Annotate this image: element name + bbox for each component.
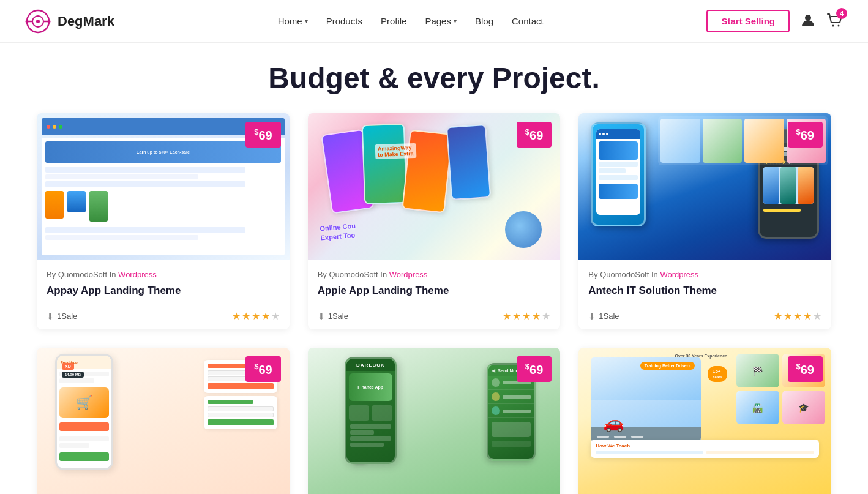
start-selling-button[interactable]: Start Selling (706, 10, 790, 32)
mock-screen-4 (446, 124, 491, 200)
navbar: DegMark Home ▾ Products Profile Pages ▾ … (0, 0, 868, 43)
hero-section: Budget & every Project. (0, 43, 868, 107)
nav-link-pages[interactable]: Pages (425, 16, 451, 26)
card-footer-3: ⬇ 1Sale ★ ★ ★ ★ ★ (588, 305, 821, 322)
product-card-5[interactable]: DAREBUX DAREBUX Finance App (308, 348, 561, 494)
card-image-1: Earn up to $70+ Each-sale (37, 113, 290, 260)
svg-point-2 (36, 20, 40, 23)
cart-button[interactable]: 4 (826, 12, 844, 31)
card-image-3: $69 (578, 113, 831, 260)
chevron-down-icon: ▾ (305, 18, 308, 24)
svg-point-5 (26, 20, 29, 23)
product-card-6[interactable]: 🚗 Training Better Drivers How We Teach (578, 348, 831, 494)
star-2: ★ (242, 310, 250, 322)
mock-phone-left (591, 122, 646, 226)
brand-name: DegMark (58, 13, 114, 29)
card-title-1: Appay App Landing Theme (47, 284, 280, 298)
mock-screen-3 (402, 130, 452, 214)
card-image-5: DAREBUX DAREBUX Finance App (308, 348, 561, 494)
chevron-down-icon-pages: ▾ (454, 18, 457, 24)
price-badge-1: $69 (245, 122, 280, 148)
card-body-3: By QuomodoSoft In Wordpress Antech IT So… (578, 260, 831, 329)
card-footer-1: ⬇ 1Sale ★ ★ ★ ★ ★ (47, 305, 280, 322)
star-4: ★ (261, 310, 270, 322)
card-title-3: Antech IT Solution Theme (588, 284, 821, 298)
card-category-3[interactable]: Wordpress (660, 270, 698, 279)
card-category-2[interactable]: Wordpress (389, 270, 428, 279)
nav-link-contact[interactable]: Contact (512, 16, 544, 26)
download-icon-1: ⬇ (47, 312, 54, 321)
user-account-button[interactable] (799, 12, 817, 31)
nav-link-profile[interactable]: Profile (381, 16, 407, 26)
download-icon-3: ⬇ (588, 312, 596, 321)
star-1: ★ (232, 310, 241, 322)
user-icon (799, 12, 817, 29)
mock-screen-2 (361, 124, 406, 204)
products-grid: Earn up to $70+ Each-sale (37, 113, 831, 494)
mock-globe (505, 211, 542, 248)
price-badge-2: $69 (517, 122, 552, 148)
svg-point-6 (48, 20, 51, 23)
card-category-1[interactable]: Wordpress (118, 270, 157, 279)
svg-point-9 (837, 24, 839, 26)
product-card-3[interactable]: $69 By QuomodoSoft In Wordpress Antech I… (578, 113, 831, 329)
nav-item-home[interactable]: Home ▾ (278, 16, 308, 26)
logo-link[interactable]: DegMark (24, 8, 114, 35)
card-image-6: 🚗 Training Better Drivers How We Teach (578, 348, 831, 494)
logo-icon (24, 8, 51, 35)
card-body-2: By QuomodoSoft In Wordpress Appie App La… (308, 260, 561, 329)
product-card-2[interactable]: Online Cou Expert Too AmazingWayto Make … (308, 113, 561, 329)
hero-title: Budget & every Project. (24, 61, 844, 95)
product-card-1[interactable]: Earn up to $70+ Each-sale (37, 113, 290, 329)
svg-point-7 (805, 15, 811, 21)
cart-count-badge: 4 (836, 8, 847, 19)
products-section: Earn up to $70+ Each-sale (0, 107, 868, 494)
price-badge-3: $69 (788, 122, 823, 148)
nav-link-home[interactable]: Home (278, 16, 302, 26)
nav-link-blog[interactable]: Blog (475, 16, 493, 26)
price-badge-6: $69 (788, 356, 823, 382)
card-meta-1: By QuomodoSoft In Wordpress (47, 270, 280, 279)
card-sales-1: ⬇ 1Sale (47, 312, 77, 321)
nav-actions: Start Selling 4 (706, 10, 844, 32)
card-sales-2: ⬇ 1Sale (318, 312, 348, 321)
nav-link-products[interactable]: Products (326, 16, 362, 26)
card-footer-2: ⬇ 1Sale ★ ★ ★ ★ ★ (318, 305, 551, 322)
card-image-4: Food App 🛒 X (37, 348, 290, 494)
card-stars-3: ★ ★ ★ ★ ★ (774, 310, 821, 322)
nav-item-pages[interactable]: Pages ▾ (425, 16, 457, 26)
card-sales-3: ⬇ 1Sale (588, 312, 619, 321)
card-meta-2: By QuomodoSoft In Wordpress (318, 270, 551, 279)
star-3: ★ (252, 310, 260, 322)
card-stars-1: ★ ★ ★ ★ ★ (232, 310, 280, 322)
price-badge-4: $69 (245, 356, 280, 382)
card-image-2: Online Cou Expert Too AmazingWayto Make … (308, 113, 561, 260)
product-card-4[interactable]: Food App 🛒 X (37, 348, 290, 494)
card-meta-3: By QuomodoSoft In Wordpress (588, 270, 821, 279)
card-body-1: By QuomodoSoft In Wordpress Appay App La… (37, 260, 290, 329)
star-5: ★ (271, 310, 280, 322)
price-badge-5: $69 (517, 356, 552, 382)
download-icon-2: ⬇ (318, 312, 325, 321)
svg-point-8 (832, 24, 834, 26)
card-stars-2: ★ ★ ★ ★ ★ (503, 310, 550, 322)
card-title-2: Appie App Landing Theme (318, 284, 551, 298)
nav-links: Home ▾ Products Profile Pages ▾ Blog Con… (278, 16, 544, 27)
